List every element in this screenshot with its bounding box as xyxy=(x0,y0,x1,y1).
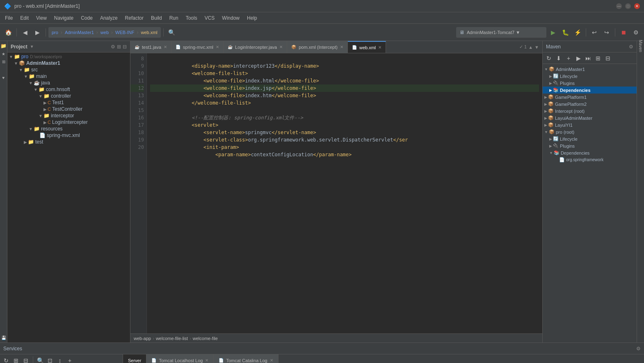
menu-run[interactable]: Run xyxy=(166,14,182,22)
menu-analyze[interactable]: Analyze xyxy=(97,14,121,22)
services-collapse-all-btn[interactable]: ⊟ xyxy=(21,356,30,363)
tree-item-testcontroller[interactable]: ▶ C TestController xyxy=(7,106,130,112)
menu-build[interactable]: Build xyxy=(148,14,165,22)
maven-item-pro[interactable]: ▼ 📦 pro (root) xyxy=(543,128,637,135)
path-welcomefile[interactable]: welcome-file xyxy=(193,336,218,341)
close-tab-loginintercepter[interactable]: ✕ xyxy=(279,45,283,49)
maven-item-org-springframework[interactable]: 📄 org.springframework xyxy=(543,156,637,163)
maven-item-lifecycle[interactable]: ▶ 🔄 Lifecycle xyxy=(543,73,637,80)
sidebar-bookmark-icon[interactable]: ★ xyxy=(0,50,7,57)
maven-expand-btn[interactable]: ⊞ xyxy=(594,54,603,63)
maven-add-btn[interactable]: + xyxy=(564,54,573,63)
editor-down-btn[interactable]: ▼ xyxy=(534,45,539,50)
menu-code[interactable]: Code xyxy=(78,14,96,22)
maven-item-layuiyi1[interactable]: ▶ 📦 LayuiYI1 xyxy=(543,121,637,128)
sidebar-structure-icon[interactable]: ⊞ xyxy=(0,58,7,65)
tab-test1java[interactable]: ☕ test1.java ✕ xyxy=(130,41,171,53)
tree-item-interceptor[interactable]: ▼ 📁 interceptor xyxy=(7,112,130,119)
tree-item-controller[interactable]: ▼ 📁 controller xyxy=(7,93,130,99)
maven-item-dependencies[interactable]: ▶ 📚 Dependencies xyxy=(543,87,637,94)
menu-window[interactable]: Window xyxy=(219,14,243,22)
menu-tools[interactable]: Tools xyxy=(183,14,201,22)
path-webapp[interactable]: web-app xyxy=(134,336,151,341)
project-collapse-icon[interactable]: ⊟ xyxy=(123,44,127,50)
maven-item-pro-plugins[interactable]: ▶ 🔌 Plugins xyxy=(543,142,637,149)
menu-navigate[interactable]: Navigate xyxy=(51,14,77,22)
services-add-btn[interactable]: + xyxy=(65,356,74,363)
tab-spring-mvc[interactable]: 📄 spring-mvc.xml ✕ xyxy=(171,41,224,53)
tree-item-spring-mvc[interactable]: 📄 spring-mvc.xml xyxy=(7,132,130,139)
services-group-btn[interactable]: ⊡ xyxy=(46,356,55,363)
tree-item-resources[interactable]: ▼ 📁 resources xyxy=(7,126,130,132)
menu-help[interactable]: Help xyxy=(244,14,260,22)
toolbar-forward-btn[interactable]: ▶ xyxy=(32,27,43,38)
menu-refactor[interactable]: Refactor xyxy=(122,14,147,22)
maven-run-btn[interactable]: ▶ xyxy=(574,54,583,63)
project-dropdown-icon[interactable]: ▼ xyxy=(30,44,34,49)
close-tab-test1java[interactable]: ✕ xyxy=(164,45,167,49)
maven-item-gameplatform2[interactable]: ▶ 📦 GamePlatform2 xyxy=(543,100,637,107)
tree-item-test[interactable]: ▶ 📁 test xyxy=(7,139,130,145)
toolbar-run-btn[interactable]: ▶ xyxy=(547,27,559,38)
breadcrumb-web[interactable]: web xyxy=(100,30,109,35)
project-expand-icon[interactable]: ⊞ xyxy=(117,44,121,50)
editor-up-btn[interactable]: ▲ xyxy=(528,45,533,50)
sidebar-maven-icon[interactable]: Maven xyxy=(637,43,644,49)
minimize-btn[interactable]: — xyxy=(616,3,622,9)
sidebar-favorites-icon[interactable]: ♥ xyxy=(0,74,7,81)
menu-vcs[interactable]: VCS xyxy=(201,14,218,22)
close-tab-spring-mvc[interactable]: ✕ xyxy=(216,45,219,49)
close-localhost-log[interactable]: ✕ xyxy=(205,358,208,363)
tree-item-com-hnsoft[interactable]: ▼ 📁 com.hnsoft xyxy=(7,86,130,93)
close-tab-pom[interactable]: ✕ xyxy=(340,45,343,49)
tree-item-loginintercepter[interactable]: ▶ C LoginIntercepter xyxy=(7,119,130,126)
services-settings-icon[interactable]: ⚙ xyxy=(636,346,641,352)
maven-item-layuiadmin[interactable]: ▶ 📦 LayuiAdminMaster xyxy=(543,114,637,121)
sidebar-persistence-icon[interactable]: 💾 xyxy=(0,334,7,341)
menu-file[interactable]: File xyxy=(2,14,16,22)
toolbar-debug-btn[interactable]: 🐛 xyxy=(560,27,571,38)
output-tab-localhost-log[interactable]: 📄 Tomcat Localhost Log ✕ xyxy=(146,354,214,363)
sidebar-project-icon[interactable]: 📁 xyxy=(0,43,7,49)
toolbar-redo-btn[interactable]: ↪ xyxy=(601,27,612,38)
tab-pom[interactable]: 📦 pom.xml (Intercept) ✕ xyxy=(287,41,348,53)
maven-item-pro-dependencies[interactable]: ▼ 📚 Dependencies xyxy=(543,149,637,156)
toolbar-search-btn[interactable]: 🔍 xyxy=(166,27,178,38)
toolbar-settings-btn[interactable]: ⚙ xyxy=(630,27,642,38)
maximize-btn[interactable]: □ xyxy=(625,3,631,9)
toolbar-project-btn[interactable]: 🏠 xyxy=(2,27,14,38)
output-tab-server[interactable]: Server xyxy=(123,354,146,363)
maven-item-intercept[interactable]: ▶ 📦 Intercept (root) xyxy=(543,107,637,114)
tree-item-test1[interactable]: ▶ C Test1 xyxy=(7,99,130,106)
tree-item-pro[interactable]: ▼ 📁 pro D:\workspace\pro xyxy=(7,53,130,60)
maven-item-adminmaster1[interactable]: ▼ 📦 AdminMaster1 xyxy=(543,66,637,73)
menu-view[interactable]: View xyxy=(33,14,50,22)
close-catalina-log[interactable]: ✕ xyxy=(270,358,273,363)
breadcrumb-adminmaster1[interactable]: AdminMaster1 xyxy=(65,30,94,35)
breadcrumb-webinf[interactable]: WEB-INF xyxy=(115,30,134,35)
maven-skip-btn[interactable]: ⏭ xyxy=(584,54,593,63)
toolbar-stop-btn[interactable]: ⏹ xyxy=(618,27,629,38)
services-filter-btn[interactable]: 🔍 xyxy=(36,356,45,363)
services-refresh-btn[interactable]: ↻ xyxy=(2,356,11,363)
services-sort-btn[interactable]: ↕ xyxy=(55,356,64,363)
toolbar-profile-btn[interactable]: ⚡ xyxy=(572,27,583,38)
maven-download-btn[interactable]: ⬇ xyxy=(554,54,563,63)
tree-item-src[interactable]: ▼ 📁 src xyxy=(7,66,130,73)
close-btn[interactable]: ✕ xyxy=(634,3,640,9)
maven-item-gameplatform1[interactable]: ▶ 📦 GamePlatform1 xyxy=(543,94,637,100)
breadcrumb-webxml[interactable]: web.xml xyxy=(141,30,157,35)
maven-collapse-btn[interactable]: ⊟ xyxy=(603,54,612,63)
project-gear-icon[interactable]: ⚙ xyxy=(111,44,115,50)
maven-item-pro-lifecycle[interactable]: ▶ 🔄 Lifecycle xyxy=(543,135,637,142)
services-expand-all-btn[interactable]: ⊞ xyxy=(11,356,21,363)
code-content[interactable]: <display-name>interceptor123</display-na… xyxy=(147,53,542,333)
tab-loginintercepter[interactable]: ☕ LoginIntercepter.java ✕ xyxy=(224,41,287,53)
breadcrumb-pro[interactable]: pro xyxy=(52,30,58,35)
maven-item-plugins[interactable]: ▶ 🔌 Plugins xyxy=(543,80,637,87)
tree-item-main[interactable]: ▼ 📁 main xyxy=(7,73,130,80)
maven-refresh-btn[interactable]: ↻ xyxy=(544,54,553,63)
editor-content[interactable]: 8 9 10 11 12 13 14 15 16 17 18 19 20 <di… xyxy=(130,53,542,333)
maven-settings-icon[interactable]: ⚙ xyxy=(629,44,633,50)
menu-edit[interactable]: Edit xyxy=(17,14,32,22)
